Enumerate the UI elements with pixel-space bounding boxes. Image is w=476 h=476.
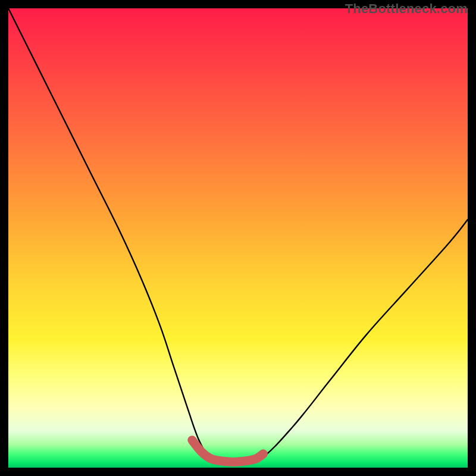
chart-frame: TheBottleneck.com xyxy=(0,0,476,476)
optimal-band xyxy=(192,440,264,462)
bottleneck-curve xyxy=(8,8,468,464)
curve-layer xyxy=(8,8,468,468)
watermark-text: TheBottleneck.com xyxy=(345,1,468,17)
plot-area xyxy=(8,8,468,468)
